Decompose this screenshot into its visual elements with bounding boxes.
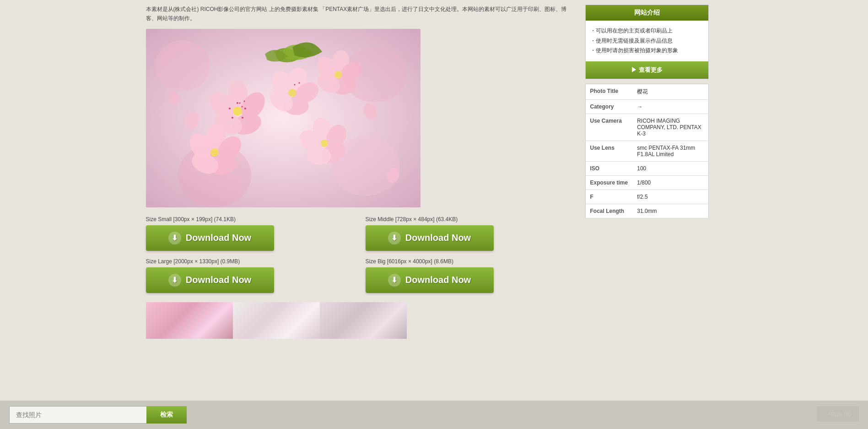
focal-value: 31.0mm: [632, 204, 708, 218]
svg-point-12: [244, 108, 246, 109]
focal-label: Focal Length: [585, 204, 632, 218]
use-lens-label: Use Lens: [585, 141, 632, 161]
svg-point-14: [232, 117, 233, 119]
download-btn-large[interactable]: ⬇ Download Now: [146, 267, 274, 293]
description-text: 本素材是从(株式会社) RICOH影像公司的官方网站 上的免费摄影素材集 「PE…: [146, 5, 576, 23]
exposure-row: Exposure time 1/800: [585, 175, 708, 190]
download-item-small: Size Small [300px × 199px] (74.1KB) ⬇ Do…: [146, 216, 356, 251]
svg-point-11: [237, 102, 238, 104]
download-btn-big[interactable]: ⬇ Download Now: [366, 267, 494, 293]
exposure-value: 1/800: [632, 175, 708, 190]
thumbnail-1[interactable]: [146, 302, 233, 339]
photo-title-value: 樱花: [632, 84, 708, 99]
use-camera-value: RICOH IMAGING COMPANY, LTD. PENTAX K-3: [632, 114, 708, 141]
intro-item-3: 使用时请勿损害被拍摄对象的形象: [590, 46, 704, 56]
sidebar: 网站介绍 可以用在您的主页或者印刷品上 使用时无需链接及展示作品信息 使用时请勿…: [585, 5, 709, 371]
download-item-large: Size Large [2000px × 1330px] (0.9MB) ⬇ D…: [146, 258, 356, 293]
download-icon-small: ⬇: [168, 232, 181, 244]
iso-label: ISO: [585, 161, 632, 175]
svg-point-1: [155, 40, 210, 91]
sidebar-intro-header: 网站介绍: [586, 5, 708, 21]
intro-item-2: 使用时无需链接及展示作品信息: [590, 36, 704, 46]
sidebar-intro-body: 可以用在您的主页或者印刷品上 使用时无需链接及展示作品信息 使用时请勿损害被拍摄…: [586, 21, 708, 61]
svg-point-10: [233, 107, 242, 116]
thumbnail-3[interactable]: [320, 302, 407, 339]
svg-point-13: [242, 117, 243, 119]
size-label-large: Size Large [2000px × 1330px] (0.9MB): [146, 258, 356, 265]
use-camera-label: Use Camera: [585, 114, 632, 141]
main-photo: [146, 29, 421, 207]
photo-title-row: Photo Title 樱花: [585, 84, 708, 99]
photo-title-label: Photo Title: [585, 84, 632, 99]
photo-container: [146, 29, 576, 209]
thumbnail-2[interactable]: [233, 302, 320, 339]
svg-point-46: [241, 106, 243, 107]
iso-row: ISO 100: [585, 161, 708, 175]
svg-point-45: [243, 100, 245, 102]
category-value: →: [632, 99, 708, 114]
view-more-label: 查看更多: [639, 66, 663, 73]
f-value: f/2.5: [632, 190, 708, 204]
category-label: Category: [585, 99, 632, 114]
use-lens-row: Use Lens smc PENTAX-FA 31mm F1.8AL Limit…: [585, 141, 708, 161]
download-btn-middle[interactable]: ⬇ Download Now: [366, 225, 494, 251]
view-more-arrow-icon: ▶: [631, 66, 637, 73]
download-icon-big: ⬇: [388, 274, 401, 287]
exposure-label: Exposure time: [585, 175, 632, 190]
download-btn-big-label: Download Now: [405, 275, 471, 285]
iso-value: 100: [632, 161, 708, 175]
svg-point-44: [239, 102, 240, 103]
focal-row: Focal Length 31.0mm: [585, 204, 708, 218]
svg-point-39: [321, 140, 328, 147]
download-section: Size Small [300px × 199px] (74.1KB) ⬇ Do…: [146, 216, 576, 293]
thumbnail-strip: [146, 302, 576, 339]
download-btn-middle-label: Download Now: [405, 233, 471, 243]
size-label-middle: Size Middle [728px × 484px] (63.4KB): [366, 216, 576, 223]
download-item-middle: Size Middle [728px × 484px] (63.4KB) ⬇ D…: [366, 216, 576, 251]
download-icon-large: ⬇: [168, 274, 181, 287]
f-row: F f/2.5: [585, 190, 708, 204]
svg-point-15: [229, 108, 231, 109]
photo-info-table: Photo Title 樱花 Category → Use Camera RIC…: [585, 84, 709, 218]
download-btn-large-label: Download Now: [186, 275, 251, 285]
download-btn-small-label: Download Now: [186, 233, 251, 243]
svg-point-27: [334, 71, 342, 78]
svg-point-33: [210, 148, 219, 157]
use-lens-value: smc PENTAX-FA 31mm F1.8AL Limited: [632, 141, 708, 161]
svg-point-21: [288, 89, 297, 97]
download-btn-small[interactable]: ⬇ Download Now: [146, 225, 274, 251]
category-row: Category →: [585, 99, 708, 114]
sidebar-intro-box: 网站介绍 可以用在您的主页或者印刷品上 使用时无需链接及展示作品信息 使用时请勿…: [585, 5, 709, 79]
view-more-btn[interactable]: ▶ 查看更多: [586, 61, 708, 79]
svg-point-47: [294, 84, 295, 85]
view-more-link[interactable]: ▶ 查看更多: [631, 66, 663, 73]
f-label: F: [585, 190, 632, 204]
download-item-big: Size Big [6016px × 4000px] (8.6MB) ⬇ Dow…: [366, 258, 576, 293]
use-camera-row: Use Camera RICOH IMAGING COMPANY, LTD. P…: [585, 114, 708, 141]
intro-item-1: 可以用在您的主页或者印刷品上: [590, 26, 704, 36]
size-label-big: Size Big [6016px × 4000px] (8.6MB): [366, 258, 576, 265]
size-label-small: Size Small [300px × 199px] (74.1KB): [146, 216, 356, 223]
svg-point-48: [298, 82, 300, 83]
download-icon-middle: ⬇: [388, 232, 401, 244]
